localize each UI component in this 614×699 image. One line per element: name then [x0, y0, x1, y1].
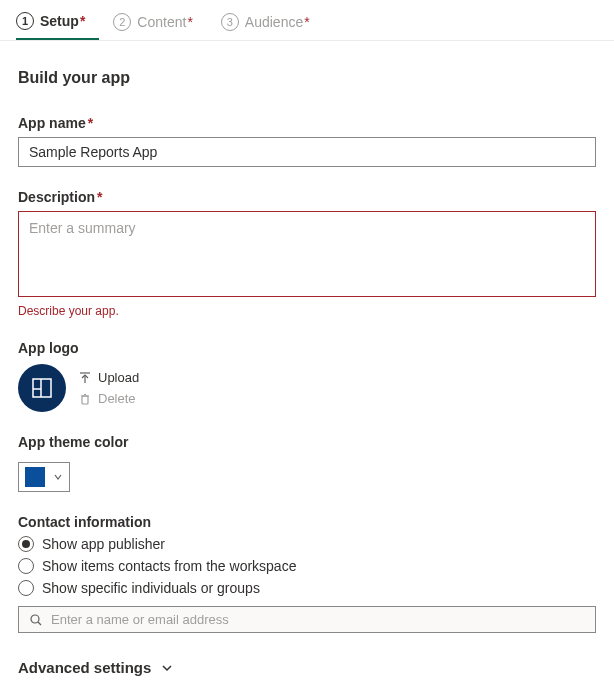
app-logo-preview — [18, 364, 66, 412]
label-text: App name — [18, 115, 86, 131]
step-content[interactable]: 2 Content* — [113, 6, 207, 40]
step-setup[interactable]: 1 Setup* — [16, 6, 99, 40]
upload-logo-button[interactable]: Upload — [78, 370, 139, 385]
description-label: Description* — [18, 189, 596, 205]
page-title: Build your app — [18, 69, 596, 87]
required-asterisk: * — [88, 115, 93, 131]
required-asterisk: * — [187, 14, 192, 30]
step-number-icon: 3 — [221, 13, 239, 31]
delete-logo-button: Delete — [78, 391, 139, 406]
step-number-icon: 1 — [16, 12, 34, 30]
advanced-settings-label: Advanced settings — [18, 659, 151, 676]
step-label: Setup — [40, 13, 79, 29]
app-name-input[interactable] — [18, 137, 596, 167]
trash-icon — [78, 392, 92, 406]
upload-label: Upload — [98, 370, 139, 385]
color-swatch — [25, 467, 45, 487]
step-label: Content — [137, 14, 186, 30]
required-asterisk: * — [97, 189, 102, 205]
step-audience[interactable]: 3 Audience* — [221, 6, 324, 40]
contact-search-box[interactable] — [18, 606, 596, 633]
theme-color-block: App theme color — [18, 434, 596, 492]
radio-icon — [18, 558, 34, 574]
app-name-block: App name* — [18, 115, 596, 167]
radio-label: Show app publisher — [42, 536, 165, 552]
app-logo-label: App logo — [18, 340, 596, 356]
contact-info-label: Contact information — [18, 514, 596, 530]
description-error: Describe your app. — [18, 304, 596, 318]
app-name-label: App name* — [18, 115, 596, 131]
chevron-down-icon — [53, 472, 63, 482]
radio-label: Show specific individuals or groups — [42, 580, 260, 596]
required-asterisk: * — [80, 13, 85, 29]
app-logo-icon — [30, 376, 54, 400]
radio-icon — [18, 580, 34, 596]
contact-search-input[interactable] — [51, 612, 585, 627]
required-asterisk: * — [304, 14, 309, 30]
contact-info-block: Contact information Show app publisher S… — [18, 514, 596, 633]
upload-icon — [78, 371, 92, 385]
radio-show-specific[interactable]: Show specific individuals or groups — [18, 580, 596, 596]
contact-radio-group: Show app publisher Show items contacts f… — [18, 536, 596, 596]
step-label: Audience — [245, 14, 303, 30]
svg-line-9 — [38, 622, 41, 625]
app-logo-block: App logo Upload — [18, 340, 596, 412]
search-icon — [29, 613, 43, 627]
advanced-settings-toggle[interactable]: Advanced settings — [18, 659, 596, 676]
form-content: Build your app App name* Description* De… — [0, 41, 614, 696]
chevron-down-icon — [161, 662, 173, 674]
theme-color-picker[interactable] — [18, 462, 70, 492]
step-number-icon: 2 — [113, 13, 131, 31]
delete-label: Delete — [98, 391, 136, 406]
radio-label: Show items contacts from the workspace — [42, 558, 296, 574]
radio-show-publisher[interactable]: Show app publisher — [18, 536, 596, 552]
theme-color-label: App theme color — [18, 434, 596, 450]
description-input[interactable] — [18, 211, 596, 297]
svg-point-8 — [31, 615, 39, 623]
svg-rect-5 — [82, 396, 88, 404]
label-text: Description — [18, 189, 95, 205]
description-block: Description* Describe your app. — [18, 189, 596, 318]
radio-show-workspace-contacts[interactable]: Show items contacts from the workspace — [18, 558, 596, 574]
wizard-steps: 1 Setup* 2 Content* 3 Audience* — [0, 0, 614, 41]
svg-rect-0 — [33, 379, 51, 397]
radio-icon — [18, 536, 34, 552]
